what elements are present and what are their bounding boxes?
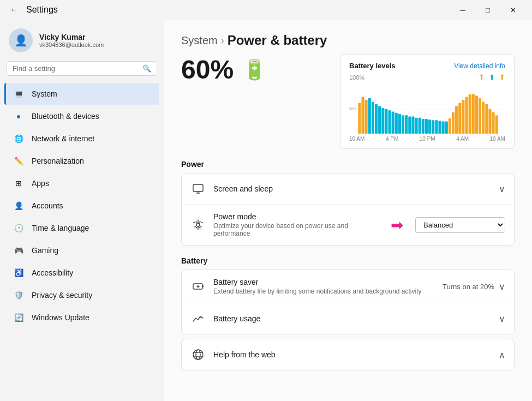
app-title: Settings xyxy=(26,5,58,15)
sidebar-item-label: Personalization xyxy=(32,157,84,165)
svg-rect-37 xyxy=(475,95,478,134)
breadcrumb-parent: System xyxy=(181,34,218,47)
sidebar-item-label: Apps xyxy=(32,179,49,188)
svg-rect-39 xyxy=(482,102,485,134)
title-bar: ← Settings ─ □ ✕ xyxy=(0,0,532,20)
sidebar-item-label: Accounts xyxy=(32,201,63,210)
sidebar-item-accessibility[interactable]: ♿ Accessibility xyxy=(4,262,159,284)
battery-saver-row[interactable]: Battery saver Extend battery life by lim… xyxy=(182,270,514,303)
power-card: Screen and sleep ∨ Power mode Optimize y… xyxy=(181,173,515,246)
svg-rect-36 xyxy=(472,94,475,134)
chart-title: Battery levels xyxy=(349,62,396,70)
battery-percent: 60% xyxy=(181,55,234,85)
screen-sleep-label: Screen and sleep xyxy=(213,184,491,193)
network-icon: 🌐 xyxy=(13,133,24,144)
svg-point-51 xyxy=(196,350,200,360)
user-email: vk304836@outlook.com xyxy=(39,41,104,48)
help-row[interactable]: Help from the web ∧ xyxy=(182,339,514,370)
sidebar-item-label: Time & language xyxy=(32,224,89,232)
maximize-button[interactable]: □ xyxy=(475,1,500,19)
sidebar-item-system[interactable]: 💻 System xyxy=(4,83,159,105)
svg-rect-8 xyxy=(378,106,381,134)
nav-list: 💻 System ● Bluetooth & devices 🌐 Network… xyxy=(0,80,164,331)
svg-rect-11 xyxy=(388,110,391,134)
time-icon: 🕐 xyxy=(13,223,24,234)
svg-rect-33 xyxy=(462,100,464,134)
privacy-icon: 🛡️ xyxy=(13,290,24,301)
apps-icon: ⊞ xyxy=(13,178,24,189)
sidebar-item-privacy[interactable]: 🛡️ Privacy & security xyxy=(4,284,159,306)
main-content: System › Power & battery 60% 🔋 Battery l… xyxy=(164,20,532,401)
battery-saver-chevron: ∨ xyxy=(499,282,505,292)
accounts-icon: 👤 xyxy=(13,200,24,211)
svg-rect-42 xyxy=(492,112,494,134)
back-button[interactable]: ← xyxy=(7,3,22,17)
svg-rect-12 xyxy=(392,112,394,134)
sidebar-item-update[interactable]: 🔄 Windows Update xyxy=(4,307,159,328)
avatar: 👤 xyxy=(9,28,33,52)
svg-point-47 xyxy=(196,223,200,226)
svg-rect-21 xyxy=(422,119,425,134)
sidebar: 👤 Vicky Kumar vk304836@outlook.com 🔍 💻 S… xyxy=(0,20,164,401)
user-profile: 👤 Vicky Kumar vk304836@outlook.com xyxy=(0,20,164,59)
battery-saver-sublabel: Extend battery life by limiting some not… xyxy=(213,288,435,295)
power-mode-label: Power mode xyxy=(213,212,383,221)
sidebar-item-bluetooth[interactable]: ● Bluetooth & devices xyxy=(4,105,159,127)
power-mode-icon xyxy=(190,217,206,232)
search-input[interactable] xyxy=(13,64,138,73)
close-button[interactable]: ✕ xyxy=(500,1,525,19)
svg-rect-18 xyxy=(411,117,414,134)
power-mode-sublabel: Optimize your device based on power use … xyxy=(213,222,383,237)
help-card: Help from the web ∧ xyxy=(181,339,515,370)
svg-rect-5 xyxy=(368,98,371,134)
sidebar-item-label: System xyxy=(32,89,57,98)
system-icon: 💻 xyxy=(13,88,24,99)
svg-rect-9 xyxy=(381,108,384,134)
sidebar-item-label: Windows Update xyxy=(32,313,89,322)
battery-usage-row[interactable]: Battery usage ∨ xyxy=(182,303,514,334)
minimize-button[interactable]: ─ xyxy=(450,1,475,19)
power-mode-select[interactable]: Best power efficiency Balanced Best perf… xyxy=(415,217,505,233)
svg-rect-40 xyxy=(485,104,488,134)
svg-rect-35 xyxy=(469,94,471,134)
svg-rect-7 xyxy=(375,104,378,134)
svg-rect-10 xyxy=(385,109,387,134)
svg-rect-31 xyxy=(455,106,458,134)
svg-rect-2 xyxy=(358,103,361,134)
svg-point-50 xyxy=(193,350,203,360)
sidebar-item-time[interactable]: 🕐 Time & language xyxy=(4,217,159,239)
power-section-title: Power xyxy=(181,160,515,169)
sidebar-item-network[interactable]: 🌐 Network & internet xyxy=(4,128,159,149)
battery-saver-label: Battery saver xyxy=(213,278,435,286)
sidebar-item-label: Gaming xyxy=(32,246,58,255)
search-box[interactable]: 🔍 xyxy=(7,61,157,76)
view-detailed-link[interactable]: View detailed info xyxy=(454,62,505,70)
user-info: Vicky Kumar vk304836@outlook.com xyxy=(39,33,104,48)
svg-rect-43 xyxy=(495,115,498,134)
battery-usage-label: Battery usage xyxy=(213,314,491,323)
sidebar-item-personalization[interactable]: ✏️ Personalization xyxy=(4,150,159,172)
svg-rect-41 xyxy=(488,109,491,134)
svg-rect-13 xyxy=(395,113,398,134)
svg-rect-15 xyxy=(402,115,404,134)
sidebar-item-gaming[interactable]: 🎮 Gaming xyxy=(4,240,159,261)
svg-rect-34 xyxy=(465,97,468,134)
svg-rect-20 xyxy=(419,118,421,134)
update-icon: 🔄 xyxy=(13,312,24,323)
sidebar-item-accounts[interactable]: 👤 Accounts xyxy=(4,195,159,217)
sidebar-item-apps[interactable]: ⊞ Apps xyxy=(4,172,159,194)
help-label: Help from the web xyxy=(213,350,491,359)
window-controls: ─ □ ✕ xyxy=(450,1,525,19)
screen-sleep-row[interactable]: Screen and sleep ∨ xyxy=(182,173,514,204)
svg-rect-26 xyxy=(438,121,441,134)
svg-rect-44 xyxy=(193,184,203,191)
svg-text:50%: 50% xyxy=(349,107,356,111)
svg-rect-32 xyxy=(458,103,461,134)
accessibility-icon: ♿ xyxy=(13,267,24,278)
svg-rect-30 xyxy=(452,112,455,134)
svg-rect-17 xyxy=(408,117,411,134)
svg-rect-22 xyxy=(425,119,428,134)
user-name: Vicky Kumar xyxy=(39,33,104,41)
help-chevron: ∧ xyxy=(499,350,505,360)
svg-rect-29 xyxy=(449,118,451,134)
